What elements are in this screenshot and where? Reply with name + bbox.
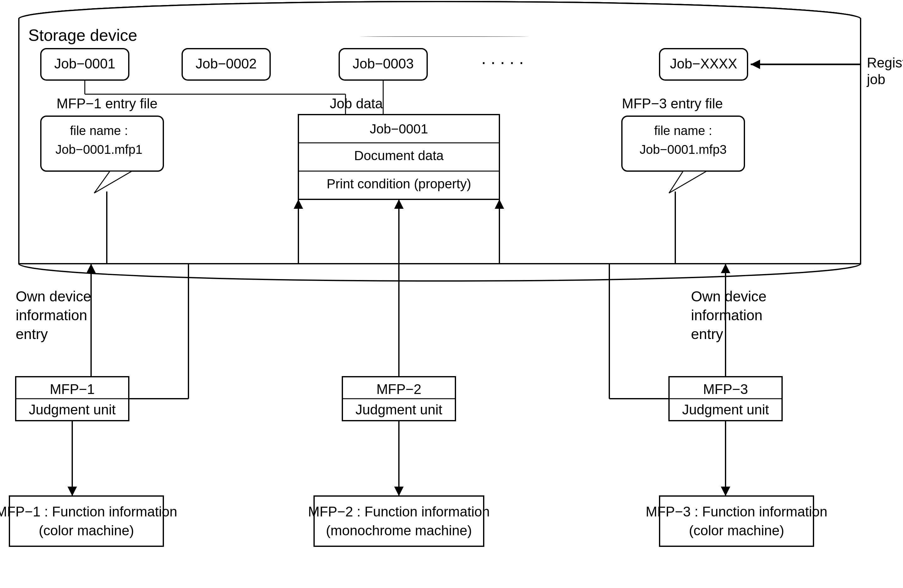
svg-marker-45 [394, 487, 404, 496]
own-device-left-label: Own device [16, 288, 91, 304]
register-job-label: Register [867, 55, 903, 70]
svg-rect-27 [659, 496, 813, 546]
storage-label: Storage device [28, 26, 137, 44]
job-0002-label: Job−0002 [196, 56, 257, 71]
mfp3-function-sub: (color machine) [689, 523, 784, 538]
svg-marker-41 [721, 264, 730, 273]
mfp1-file-name-label: file name : [70, 124, 128, 138]
own-device-left-label2: information [16, 307, 87, 323]
diagram-container: Storage device Job−0001 Job−0002 Job−000… [0, 0, 903, 588]
register-job-label2: job [866, 72, 886, 87]
mfp1-function-sub: (color machine) [39, 523, 134, 538]
mfp2-function-label: MFP−2 : Function information [308, 504, 490, 519]
own-device-right-label3: entry [691, 326, 723, 342]
mfp3-file-name-label: file name : [654, 124, 713, 138]
own-device-right-label2: information [691, 307, 763, 323]
svg-rect-26 [314, 496, 484, 546]
job-data-row2: Document data [354, 148, 444, 163]
mfp1-judgment-label: Judgment unit [29, 402, 116, 417]
svg-marker-39 [394, 199, 404, 209]
mfp1-unit-label: MFP−1 [50, 381, 94, 397]
mfp2-judgment-label: Judgment unit [356, 402, 442, 417]
own-device-left-label3: entry [16, 326, 48, 342]
svg-marker-9 [751, 60, 760, 69]
svg-marker-35 [495, 199, 504, 209]
svg-marker-47 [721, 487, 730, 496]
job-data-row1: Job−0001 [370, 121, 428, 136]
mfp3-judgment-label: Judgment unit [682, 402, 769, 417]
job-data-row3: Print condition (property) [327, 176, 471, 191]
mfp3-entry-file-label: MFP−3 entry file [622, 96, 723, 111]
job-0003-label: Job−0003 [353, 56, 414, 71]
svg-rect-25 [9, 496, 163, 546]
mfp1-file-name-value: Job−0001.mfp1 [56, 143, 143, 156]
mfp1-entry-file-label: MFP−1 entry file [57, 96, 158, 111]
mfp3-unit-label: MFP−3 [703, 381, 748, 397]
svg-rect-3 [19, 19, 860, 36]
svg-marker-43 [68, 487, 77, 496]
mfp2-function-sub: (monochrome machine) [326, 523, 472, 538]
job-0001-label: Job−0001 [54, 56, 116, 71]
job-data-label: Job data [330, 96, 383, 111]
own-device-right-label: Own device [691, 288, 766, 304]
mfp1-function-label: MFP−1 : Function information [0, 504, 177, 519]
svg-marker-31 [294, 199, 303, 209]
mfp2-unit-label: MFP−2 [376, 381, 421, 397]
mfp3-file-name-value: Job−0001.mfp3 [640, 143, 727, 156]
job-xxxx-label: Job−XXXX [670, 56, 737, 71]
mfp3-function-label: MFP−3 : Function information [646, 504, 827, 519]
dots-label: ⋅ ⋅ ⋅ ⋅ ⋅ [481, 54, 524, 72]
